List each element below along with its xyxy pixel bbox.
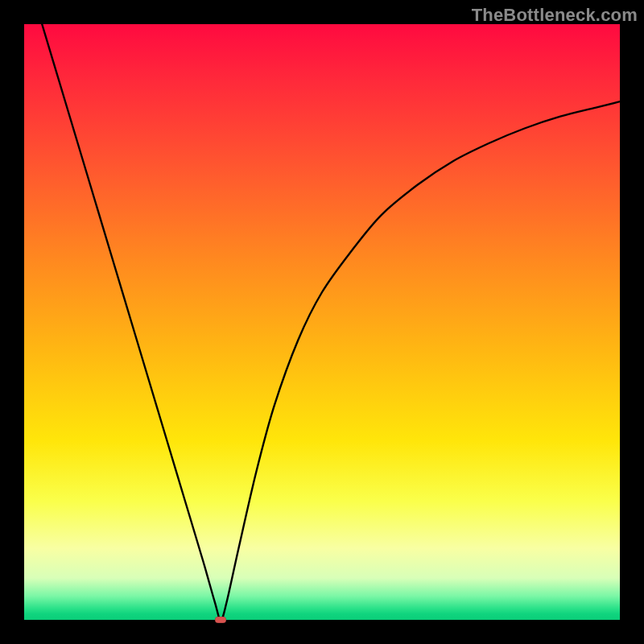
chart-frame [24,24,620,620]
optimum-marker [215,617,226,623]
chart-svg [24,24,620,620]
bottleneck-curve-path [42,24,620,620]
watermark-text: TheBottleneck.com [472,5,638,26]
